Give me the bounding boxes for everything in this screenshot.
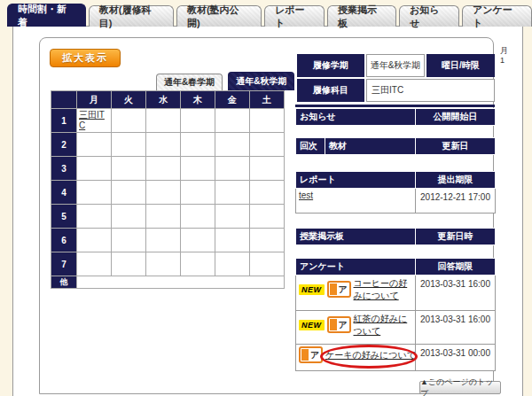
survey-link-cake[interactable]: ケーキの好みについて xyxy=(325,349,416,361)
timetable-cell xyxy=(181,205,215,229)
period-label: 1 xyxy=(51,109,77,133)
survey-icon-bar xyxy=(301,349,309,361)
timetable-cell xyxy=(215,181,250,205)
timetable-row-5: 5 xyxy=(51,205,285,229)
period-label: 5 xyxy=(51,205,77,229)
timetable-cell xyxy=(146,109,181,133)
reports-date-header: 提出期限 xyxy=(416,172,496,189)
survey-icon-char: ア xyxy=(337,285,349,294)
zoom-display-button[interactable]: 拡大表示 xyxy=(50,49,121,67)
slot-value-day: 月 xyxy=(500,46,508,56)
survey-icon: ア xyxy=(327,316,351,333)
timetable-cell xyxy=(77,133,112,157)
main-tab-bar: 時間割・新着 教材(履修科目) 教材(塾内公開) レポート 授業掲示板 お知らせ… xyxy=(7,4,532,27)
new-badge: NEW xyxy=(299,284,325,295)
timetable-cell xyxy=(112,229,146,252)
timetable-cell xyxy=(112,181,146,205)
timetable-cell xyxy=(181,133,215,157)
timetable-other-cell xyxy=(77,276,285,289)
materials-table: 回次 教材 更新日 xyxy=(295,137,496,155)
tab-semester-fall[interactable]: 通年&秋学期 xyxy=(228,72,294,90)
tab-semester-spring[interactable]: 通年&春学期 xyxy=(156,74,223,90)
tab-class-board[interactable]: 授業掲示板 xyxy=(327,5,396,27)
timetable-grid: 月 火 水 木 金 土 1 三田ITC 2 3 4 xyxy=(51,90,285,289)
timetable-cell xyxy=(181,252,215,276)
tab-notices[interactable]: お知らせ xyxy=(399,5,459,27)
materials-date-header: 更新日 xyxy=(416,138,496,155)
survey-icon-char: ア xyxy=(309,351,321,360)
survey-link-tea[interactable]: 紅茶の好みについて xyxy=(354,313,412,337)
semester-tab-bar: 通年&春学期 通年&秋学期 xyxy=(156,72,294,90)
course-info-table: 履修学期 通年&秋学期 曜日/時限 履修科目 三田ITC xyxy=(295,52,495,107)
timetable-cell xyxy=(250,157,285,181)
timetable-cell xyxy=(146,229,181,252)
survey-row: NEW ア 紅茶の好みについて 2013-03-31 16:00 xyxy=(296,311,496,345)
materials-name-header: 教材 xyxy=(325,138,416,155)
tab-timetable-new[interactable]: 時間割・新着 xyxy=(7,4,86,27)
survey-icon-bar xyxy=(330,283,337,295)
tab-materials-public[interactable]: 教材(塾内公開) xyxy=(176,5,262,27)
day-header: 木 xyxy=(181,91,215,109)
report-link[interactable]: test xyxy=(299,190,313,200)
survey-icon: ア xyxy=(327,281,351,298)
timetable-row-3: 3 xyxy=(51,157,285,181)
timetable-cell xyxy=(250,205,285,229)
timetable-header-row: 月 火 水 木 金 土 xyxy=(51,91,285,109)
timetable-cell xyxy=(112,157,146,181)
timetable-cell xyxy=(112,205,146,229)
period-label: 4 xyxy=(51,181,77,205)
surveys-title: アンケート xyxy=(296,259,416,276)
timetable-cell xyxy=(112,133,146,157)
timetable-cell xyxy=(146,181,181,205)
survey-row: ア ケーキの好みについて 2013-03-31 00:00 xyxy=(296,345,496,371)
timetable-cell xyxy=(181,229,215,252)
timetable-cell xyxy=(77,229,112,252)
timetable-row-1: 1 三田ITC xyxy=(51,109,285,133)
period-label: 3 xyxy=(51,157,77,181)
timetable-cell xyxy=(146,252,181,276)
course-value: 三田ITC xyxy=(366,79,495,102)
tab-materials-courses[interactable]: 教材(履修科目) xyxy=(89,5,174,27)
timetable-cell xyxy=(215,252,250,276)
survey-icon-bar xyxy=(330,319,337,330)
timetable-row-4: 4 xyxy=(51,181,285,205)
survey-deadline: 2013-03-31 00:00 xyxy=(416,345,496,371)
slot-label: 曜日/時限 xyxy=(426,54,495,77)
survey-name-cell: ア ケーキの好みについて xyxy=(296,345,416,371)
notices-title: お知らせ xyxy=(296,109,416,126)
materials-round-header: 回次 xyxy=(296,138,325,155)
slot-value: 月 1 xyxy=(500,46,508,66)
timetable-cell xyxy=(250,109,285,133)
tab-reports[interactable]: レポート xyxy=(264,5,325,27)
new-badge: NEW xyxy=(299,320,325,330)
course-label: 履修科目 xyxy=(297,79,364,102)
timetable-row-6: 6 xyxy=(51,229,285,252)
survey-row: NEW ア コーヒーの好みについて 2013-03-31 16:00 xyxy=(296,276,496,311)
timetable-cell xyxy=(181,181,215,205)
course-link[interactable]: 三田ITC xyxy=(77,109,111,132)
day-header: 水 xyxy=(146,91,181,109)
timetable-cell xyxy=(77,181,112,205)
survey-link-coffee[interactable]: コーヒーの好みについて xyxy=(354,277,412,301)
timetable-cell xyxy=(250,181,285,205)
timetable-cell xyxy=(215,157,250,181)
timetable-cell xyxy=(215,205,250,229)
page-top-button[interactable]: ▲このページのトップ xyxy=(419,381,501,394)
reports-table: レポート 提出期限 test 2012-12-21 17:00 xyxy=(295,171,496,214)
timetable-row-2: 2 xyxy=(51,133,285,157)
timetable-corner-cell xyxy=(51,91,77,109)
period-label: 他 xyxy=(51,276,77,289)
semester-value: 通年&秋学期 xyxy=(366,54,425,77)
day-header: 火 xyxy=(112,91,146,109)
report-row: test 2012-12-21 17:00 xyxy=(296,189,496,214)
slot-value-period: 1 xyxy=(500,56,508,66)
timetable-cell xyxy=(250,252,285,276)
survey-icon: ア xyxy=(299,346,323,363)
timetable-cell xyxy=(250,229,285,252)
timetable-cell xyxy=(77,205,112,229)
board-title: 授業掲示板 xyxy=(296,229,416,245)
tab-surveys[interactable]: アンケート xyxy=(462,5,532,27)
timetable-cell: 三田ITC xyxy=(77,109,112,133)
content-panel: 拡大表示 通年&春学期 通年&秋学期 月 火 水 木 金 土 1 三田ITC xyxy=(12,26,523,396)
timetable-cell xyxy=(215,229,250,252)
